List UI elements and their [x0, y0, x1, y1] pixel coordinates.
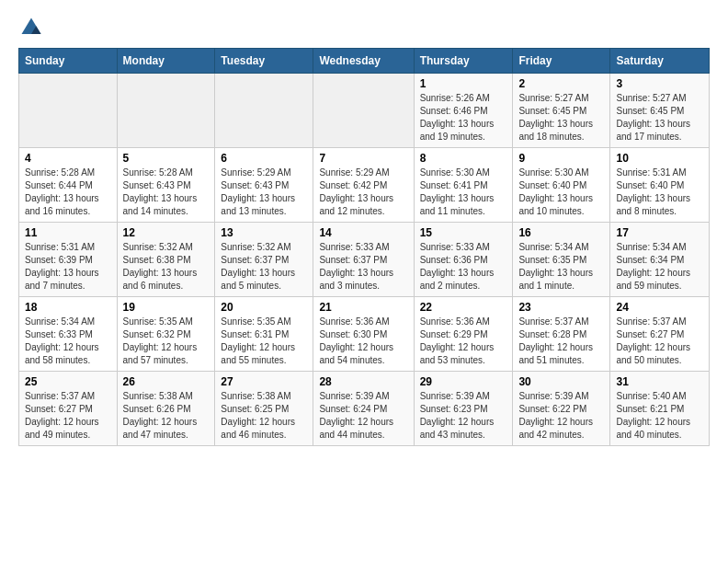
day-info: Sunrise: 5:28 AM Sunset: 6:44 PM Dayligh… — [25, 167, 111, 218]
day-info: Sunrise: 5:37 AM Sunset: 6:27 PM Dayligh… — [616, 316, 703, 367]
calendar-cell: 26Sunrise: 5:38 AM Sunset: 6:26 PM Dayli… — [117, 372, 215, 446]
day-number: 3 — [616, 77, 703, 90]
day-number: 28 — [319, 375, 407, 388]
day-number: 18 — [25, 301, 111, 314]
calendar-week-row: 1Sunrise: 5:26 AM Sunset: 6:46 PM Daylig… — [19, 74, 710, 148]
day-number: 11 — [25, 226, 111, 239]
weekday-header-row: SundayMondayTuesdayWednesdayThursdayFrid… — [19, 49, 710, 74]
day-info: Sunrise: 5:33 AM Sunset: 6:36 PM Dayligh… — [420, 241, 507, 293]
day-info: Sunrise: 5:26 AM Sunset: 6:46 PM Dayligh… — [420, 92, 507, 144]
calendar-cell: 28Sunrise: 5:39 AM Sunset: 6:24 PM Dayli… — [313, 372, 414, 446]
calendar-cell — [215, 74, 313, 148]
day-info: Sunrise: 5:36 AM Sunset: 6:30 PM Dayligh… — [319, 316, 407, 367]
calendar-cell: 24Sunrise: 5:37 AM Sunset: 6:27 PM Dayli… — [610, 297, 710, 372]
day-number: 27 — [221, 375, 307, 388]
day-number: 12 — [123, 226, 210, 239]
day-info: Sunrise: 5:39 AM Sunset: 6:23 PM Dayligh… — [420, 390, 507, 442]
day-info: Sunrise: 5:31 AM Sunset: 6:40 PM Dayligh… — [616, 167, 703, 218]
calendar-cell — [313, 74, 414, 148]
calendar-cell: 23Sunrise: 5:37 AM Sunset: 6:28 PM Dayli… — [513, 297, 610, 372]
day-info: Sunrise: 5:40 AM Sunset: 6:21 PM Dayligh… — [616, 390, 703, 442]
calendar-cell: 9Sunrise: 5:30 AM Sunset: 6:40 PM Daylig… — [513, 148, 610, 223]
calendar-cell — [19, 74, 118, 148]
day-number: 8 — [420, 152, 507, 165]
calendar-cell: 20Sunrise: 5:35 AM Sunset: 6:31 PM Dayli… — [215, 297, 313, 372]
day-info: Sunrise: 5:27 AM Sunset: 6:45 PM Dayligh… — [518, 92, 604, 144]
calendar-cell: 18Sunrise: 5:34 AM Sunset: 6:33 PM Dayli… — [19, 297, 118, 372]
calendar-cell: 17Sunrise: 5:34 AM Sunset: 6:34 PM Dayli… — [610, 223, 710, 297]
day-number: 17 — [616, 226, 703, 239]
calendar-cell: 8Sunrise: 5:30 AM Sunset: 6:41 PM Daylig… — [414, 148, 513, 223]
day-info: Sunrise: 5:38 AM Sunset: 6:26 PM Dayligh… — [123, 390, 210, 442]
weekday-header-wednesday: Wednesday — [313, 49, 414, 74]
day-info: Sunrise: 5:32 AM Sunset: 6:37 PM Dayligh… — [221, 241, 307, 293]
day-info: Sunrise: 5:28 AM Sunset: 6:43 PM Dayligh… — [123, 167, 210, 218]
calendar-cell: 12Sunrise: 5:32 AM Sunset: 6:38 PM Dayli… — [117, 223, 215, 297]
day-number: 15 — [420, 226, 507, 239]
day-number: 2 — [518, 77, 604, 90]
day-number: 23 — [518, 301, 604, 314]
calendar-cell: 15Sunrise: 5:33 AM Sunset: 6:36 PM Dayli… — [414, 223, 513, 297]
day-info: Sunrise: 5:35 AM Sunset: 6:31 PM Dayligh… — [221, 316, 307, 367]
calendar-cell: 7Sunrise: 5:29 AM Sunset: 6:42 PM Daylig… — [313, 148, 414, 223]
calendar-cell — [117, 74, 215, 148]
day-number: 10 — [616, 152, 703, 165]
day-number: 22 — [420, 301, 507, 314]
weekday-header-sunday: Sunday — [19, 49, 118, 74]
weekday-header-tuesday: Tuesday — [215, 49, 313, 74]
calendar-cell: 10Sunrise: 5:31 AM Sunset: 6:40 PM Dayli… — [610, 148, 710, 223]
day-info: Sunrise: 5:30 AM Sunset: 6:41 PM Dayligh… — [420, 167, 507, 218]
day-info: Sunrise: 5:34 AM Sunset: 6:34 PM Dayligh… — [616, 241, 703, 293]
calendar-cell: 16Sunrise: 5:34 AM Sunset: 6:35 PM Dayli… — [513, 223, 610, 297]
calendar-cell: 6Sunrise: 5:29 AM Sunset: 6:43 PM Daylig… — [215, 148, 313, 223]
day-number: 29 — [420, 375, 507, 388]
day-number: 7 — [319, 152, 407, 165]
day-info: Sunrise: 5:33 AM Sunset: 6:37 PM Dayligh… — [319, 241, 407, 293]
day-number: 13 — [221, 226, 307, 239]
day-info: Sunrise: 5:36 AM Sunset: 6:29 PM Dayligh… — [420, 316, 507, 367]
day-info: Sunrise: 5:39 AM Sunset: 6:24 PM Dayligh… — [319, 390, 407, 442]
calendar-table: SundayMondayTuesdayWednesdayThursdayFrid… — [18, 48, 710, 446]
calendar-cell: 19Sunrise: 5:35 AM Sunset: 6:32 PM Dayli… — [117, 297, 215, 372]
day-info: Sunrise: 5:27 AM Sunset: 6:45 PM Dayligh… — [616, 92, 703, 144]
day-info: Sunrise: 5:32 AM Sunset: 6:38 PM Dayligh… — [123, 241, 210, 293]
calendar-week-row: 25Sunrise: 5:37 AM Sunset: 6:27 PM Dayli… — [19, 372, 710, 446]
day-number: 24 — [616, 301, 703, 314]
calendar-week-row: 11Sunrise: 5:31 AM Sunset: 6:39 PM Dayli… — [19, 223, 710, 297]
calendar-cell: 3Sunrise: 5:27 AM Sunset: 6:45 PM Daylig… — [610, 74, 710, 148]
weekday-header-monday: Monday — [117, 49, 215, 74]
calendar-cell: 22Sunrise: 5:36 AM Sunset: 6:29 PM Dayli… — [414, 297, 513, 372]
day-info: Sunrise: 5:37 AM Sunset: 6:28 PM Dayligh… — [518, 316, 604, 367]
page-header — [18, 15, 710, 40]
day-number: 19 — [123, 301, 210, 314]
day-info: Sunrise: 5:35 AM Sunset: 6:32 PM Dayligh… — [123, 316, 210, 367]
day-info: Sunrise: 5:30 AM Sunset: 6:40 PM Dayligh… — [518, 167, 604, 218]
day-number: 20 — [221, 301, 307, 314]
day-number: 26 — [123, 375, 210, 388]
day-number: 1 — [420, 77, 507, 90]
calendar-cell: 25Sunrise: 5:37 AM Sunset: 6:27 PM Dayli… — [19, 372, 118, 446]
calendar-cell: 30Sunrise: 5:39 AM Sunset: 6:22 PM Dayli… — [513, 372, 610, 446]
calendar-cell: 1Sunrise: 5:26 AM Sunset: 6:46 PM Daylig… — [414, 74, 513, 148]
day-number: 4 — [25, 152, 111, 165]
calendar-cell: 11Sunrise: 5:31 AM Sunset: 6:39 PM Dayli… — [19, 223, 118, 297]
calendar-cell: 14Sunrise: 5:33 AM Sunset: 6:37 PM Dayli… — [313, 223, 414, 297]
calendar-week-row: 4Sunrise: 5:28 AM Sunset: 6:44 PM Daylig… — [19, 148, 710, 223]
day-number: 16 — [518, 226, 604, 239]
weekday-header-friday: Friday — [513, 49, 610, 74]
day-info: Sunrise: 5:37 AM Sunset: 6:27 PM Dayligh… — [25, 390, 111, 442]
day-number: 14 — [319, 226, 407, 239]
calendar-cell: 5Sunrise: 5:28 AM Sunset: 6:43 PM Daylig… — [117, 148, 215, 223]
day-info: Sunrise: 5:29 AM Sunset: 6:43 PM Dayligh… — [221, 167, 307, 218]
day-info: Sunrise: 5:34 AM Sunset: 6:35 PM Dayligh… — [518, 241, 604, 293]
calendar-cell: 31Sunrise: 5:40 AM Sunset: 6:21 PM Dayli… — [610, 372, 710, 446]
day-number: 6 — [221, 152, 307, 165]
day-info: Sunrise: 5:34 AM Sunset: 6:33 PM Dayligh… — [25, 316, 111, 367]
weekday-header-thursday: Thursday — [414, 49, 513, 74]
calendar-cell: 13Sunrise: 5:32 AM Sunset: 6:37 PM Dayli… — [215, 223, 313, 297]
day-number: 30 — [518, 375, 604, 388]
calendar-cell: 27Sunrise: 5:38 AM Sunset: 6:25 PM Dayli… — [215, 372, 313, 446]
calendar-week-row: 18Sunrise: 5:34 AM Sunset: 6:33 PM Dayli… — [19, 297, 710, 372]
day-number: 5 — [123, 152, 210, 165]
day-number: 25 — [25, 375, 111, 388]
